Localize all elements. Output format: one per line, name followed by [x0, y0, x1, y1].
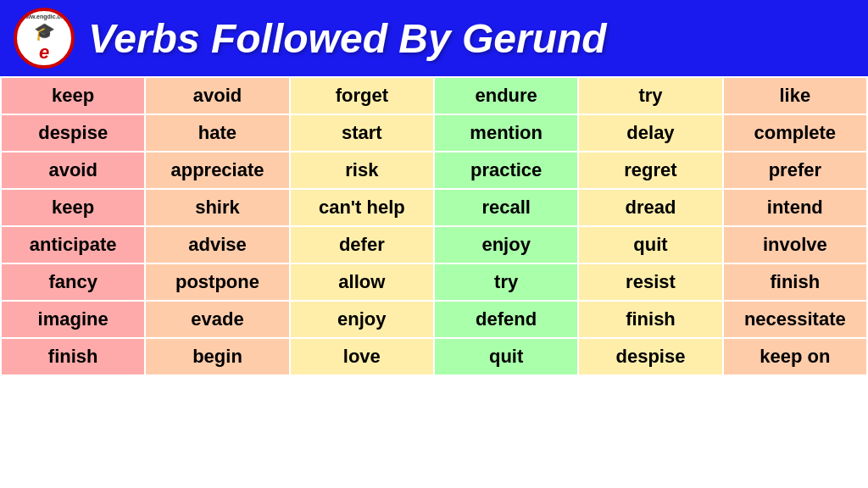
table-cell: love	[290, 338, 434, 375]
table-cell: enjoy	[290, 301, 434, 338]
table-cell: shirk	[145, 189, 289, 226]
table-row: keepavoidforgetenduretrylike	[1, 77, 867, 114]
table-cell: finish	[578, 301, 722, 338]
logo-cap-icon: 🎓	[34, 21, 55, 42]
table-cell: forget	[290, 77, 434, 114]
table-cell: endure	[434, 77, 578, 114]
table-cell: keep	[1, 189, 145, 226]
table-cell: recall	[434, 189, 578, 226]
table-cell: despise	[1, 114, 145, 152]
table-cell: prefer	[723, 152, 867, 189]
table-cell: try	[578, 77, 722, 114]
table-cell: intend	[723, 189, 867, 226]
table-cell: delay	[578, 114, 722, 152]
table-cell: finish	[1, 338, 145, 375]
table-cell: anticipate	[1, 226, 145, 263]
logo-url: www.engdic.org	[21, 14, 67, 19]
table-cell: fancy	[1, 263, 145, 301]
table-row: fancypostponeallowtryresistfinish	[1, 263, 867, 301]
table-cell: risk	[290, 152, 434, 189]
table-cell: finish	[723, 263, 867, 301]
table-cell: advise	[145, 226, 289, 263]
table-cell: keep	[1, 77, 145, 114]
table-cell: can't help	[290, 189, 434, 226]
table-cell: allow	[290, 263, 434, 301]
page-title: Verbs Followed By Gerund	[88, 15, 607, 62]
table-cell: mention	[434, 114, 578, 152]
table-cell: avoid	[1, 152, 145, 189]
table-cell: enjoy	[434, 226, 578, 263]
table-cell: hate	[145, 114, 289, 152]
table-cell: postpone	[145, 263, 289, 301]
table-row: finishbeginlovequitdespisekeep on	[1, 338, 867, 375]
table-row: anticipateadvisedeferenjoyquitinvolve	[1, 226, 867, 263]
table-cell: imagine	[1, 301, 145, 338]
table-cell: involve	[723, 226, 867, 263]
table-cell: try	[434, 263, 578, 301]
table-row: imagineevadeenjoydefendfinishnecessitate	[1, 301, 867, 338]
table-cell: appreciate	[145, 152, 289, 189]
table-cell: necessitate	[723, 301, 867, 338]
table-row: keepshirkcan't helprecalldreadintend	[1, 189, 867, 226]
table-cell: despise	[578, 338, 722, 375]
logo-letter: e	[39, 42, 49, 64]
header: www.engdic.org 🎓 e Verbs Followed By Ger…	[0, 0, 868, 76]
table-cell: dread	[578, 189, 722, 226]
verbs-table: keepavoidforgetenduretrylikedespisehates…	[0, 76, 868, 376]
table-cell: keep on	[723, 338, 867, 375]
table-cell: regret	[578, 152, 722, 189]
table-cell: practice	[434, 152, 578, 189]
table-cell: quit	[434, 338, 578, 375]
table-cell: defer	[290, 226, 434, 263]
table-cell: start	[290, 114, 434, 152]
table-cell: avoid	[145, 77, 289, 114]
table-cell: defend	[434, 301, 578, 338]
table-cell: quit	[578, 226, 722, 263]
table-cell: resist	[578, 263, 722, 301]
table-container: keepavoidforgetenduretrylikedespisehates…	[0, 76, 868, 376]
table-cell: complete	[723, 114, 867, 152]
table-cell: evade	[145, 301, 289, 338]
logo: www.engdic.org 🎓 e	[14, 8, 75, 69]
table-cell: like	[723, 77, 867, 114]
table-row: despisehatestartmentiondelaycomplete	[1, 114, 867, 152]
table-cell: begin	[145, 338, 289, 375]
table-row: avoidappreciateriskpracticeregretprefer	[1, 152, 867, 189]
